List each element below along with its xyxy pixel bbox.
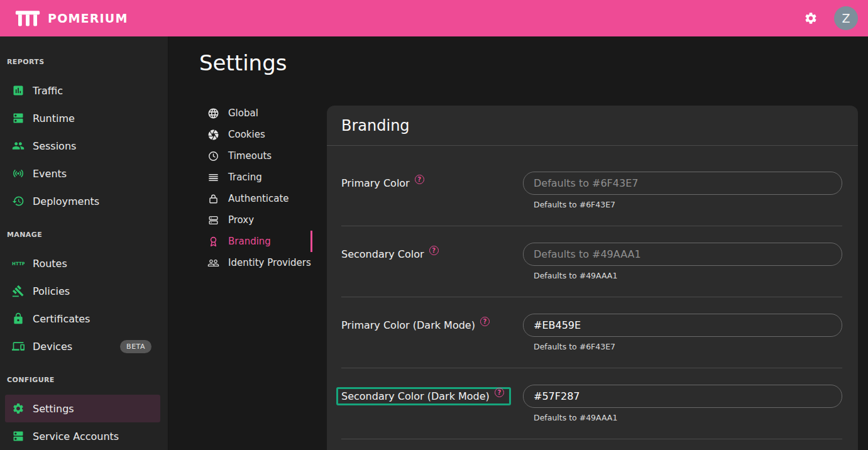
sidebar-item-deployments[interactable]: Deployments — [0, 187, 168, 215]
field-label: Secondary Color (Dark Mode) — [341, 390, 490, 402]
section-label-manage: MANAGE — [0, 231, 168, 239]
helper-text: Defaults to #49AAA1 — [534, 413, 617, 422]
avatar-initial: Z — [842, 11, 850, 25]
devices-icon — [12, 340, 25, 353]
tab-timeouts[interactable]: Timeouts — [199, 145, 312, 167]
tab-global[interactable]: Global — [199, 102, 312, 124]
server-outline-icon — [207, 214, 219, 226]
section-label-configure: CONFIGURE — [0, 376, 168, 384]
section-label-reports: REPORTS — [0, 58, 168, 66]
helper-text: Defaults to #6F43E7 — [534, 200, 615, 209]
field-secondary-color-dark: Secondary Color (Dark Mode) Defaults to … — [341, 385, 842, 450]
field-primary-color-dark: Primary Color (Dark Mode) Defaults to #6… — [341, 314, 842, 385]
history-icon — [12, 195, 25, 207]
field-label: Secondary Color — [341, 248, 424, 260]
avatar[interactable]: Z — [834, 6, 858, 30]
tab-branding[interactable]: Branding — [199, 231, 312, 252]
sidebar-item-sessions[interactable]: Sessions — [0, 132, 168, 160]
gear-icon — [12, 402, 25, 415]
sidebar-item-routes[interactable]: HTTP Routes — [0, 250, 168, 277]
settings-nav: Global Cookies Timeouts Tracing Authenti… — [199, 102, 312, 273]
people-icon — [12, 140, 25, 152]
tab-proxy[interactable]: Proxy — [199, 209, 312, 231]
brand: POMERIUM — [15, 8, 128, 29]
lines-icon — [207, 172, 219, 184]
divider — [341, 439, 842, 439]
server-icon — [12, 430, 25, 442]
pomerium-logo-icon — [15, 8, 40, 29]
tab-cookies[interactable]: Cookies — [199, 124, 312, 145]
sidebar-item-certificates[interactable]: Certificates — [0, 305, 168, 332]
field-primary-color: Primary Color Defaults to #6F43E7 — [341, 172, 842, 243]
award-icon — [207, 236, 219, 248]
people-outline-icon — [207, 257, 219, 269]
field-label: Primary Color (Dark Mode) — [341, 319, 475, 331]
sidebar-item-traffic[interactable]: Traffic — [0, 77, 168, 104]
clock-icon — [207, 150, 219, 162]
cookie-icon — [207, 129, 219, 141]
lock-outline-icon — [207, 193, 219, 205]
brand-name: POMERIUM — [48, 11, 128, 25]
annotation-highlight-box: Secondary Color (Dark Mode) — [336, 387, 511, 405]
divider — [341, 368, 842, 368]
primary-color-dark-input[interactable] — [523, 314, 842, 337]
divider — [341, 297, 842, 297]
antenna-icon — [12, 167, 25, 180]
tab-authenticate[interactable]: Authenticate — [199, 188, 312, 209]
help-icon[interactable] — [480, 317, 490, 326]
help-icon[interactable] — [495, 388, 504, 397]
gear-icon[interactable] — [804, 11, 818, 25]
secondary-color-dark-input[interactable] — [523, 385, 842, 408]
sidebar-item-runtime[interactable]: Runtime — [0, 104, 168, 132]
sidebar-item-events[interactable]: Events — [0, 160, 168, 187]
tab-identity-providers[interactable]: Identity Providers — [199, 252, 312, 273]
sidebar-item-devices[interactable]: Devices BETA — [0, 332, 168, 360]
sidebar-item-service-accounts[interactable]: Service Accounts — [0, 422, 168, 450]
divider — [341, 226, 842, 226]
globe-icon — [207, 107, 219, 119]
http-icon: HTTP — [12, 257, 25, 270]
server-icon — [12, 112, 25, 124]
tab-tracing[interactable]: Tracing — [199, 167, 312, 188]
bar-chart-icon — [12, 84, 25, 97]
svg-text:HTTP: HTTP — [12, 261, 25, 266]
helper-text: Defaults to #6F43E7 — [534, 342, 615, 351]
app-bar: POMERIUM Z — [0, 0, 868, 36]
help-icon[interactable] — [429, 246, 439, 255]
panel-title: Branding — [327, 106, 858, 146]
help-icon[interactable] — [415, 175, 424, 184]
primary-color-input[interactable] — [523, 172, 842, 195]
lock-icon — [12, 312, 25, 325]
beta-badge: BETA — [120, 340, 151, 353]
branding-panel: Branding Primary Color Defaults to #6F43… — [327, 106, 858, 450]
helper-text: Defaults to #49AAA1 — [534, 271, 617, 280]
sidebar-item-policies[interactable]: Policies — [0, 277, 168, 305]
secondary-color-input[interactable] — [523, 243, 842, 266]
sidebar: REPORTS Traffic Runtime Sessions Events … — [0, 36, 168, 450]
gavel-icon — [12, 285, 25, 297]
field-secondary-color: Secondary Color Defaults to #49AAA1 — [341, 243, 842, 314]
field-label: Primary Color — [341, 177, 410, 189]
sidebar-item-settings[interactable]: Settings — [5, 395, 160, 422]
page-title: Settings — [199, 50, 287, 75]
